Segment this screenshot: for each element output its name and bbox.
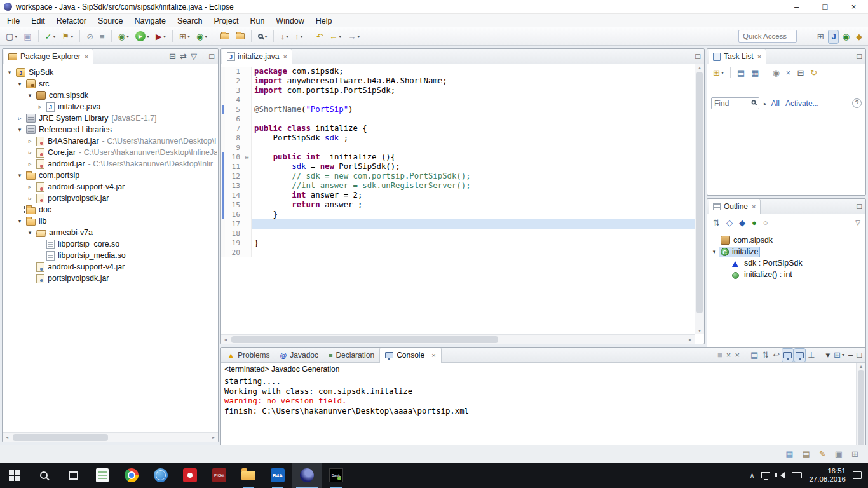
open-resource-button[interactable] (233, 29, 247, 43)
code-line-10[interactable]: 10⊖ public int initialize (){ (221, 152, 695, 162)
scroll-left-icon[interactable]: ◂ (3, 435, 11, 440)
code-line-20[interactable]: 20 (221, 248, 695, 257)
scroll-down-icon[interactable]: ▾ (695, 328, 704, 334)
clear-console-button[interactable]: ▤ (749, 348, 760, 362)
minimize-view-button[interactable]: – (199, 50, 207, 64)
debug-perspective-button[interactable]: ◉ (840, 30, 852, 44)
menu-navigate[interactable]: Navigate (129, 15, 172, 27)
menu-refactor[interactable]: Refactor (51, 15, 92, 27)
explorer-item-armeabi-v7a[interactable]: ▾armeabi-v7a (3, 227, 217, 238)
network-icon[interactable] (761, 472, 770, 478)
expanded-arrow-icon[interactable]: ▾ (25, 229, 34, 236)
tab-initalize-java[interactable]: J initalize.java × (222, 49, 292, 64)
scroll-up-icon[interactable]: ▴ (695, 65, 704, 71)
display-console-button[interactable]: ▾ (824, 348, 832, 362)
outline-item-sdk-portsipsdk[interactable]: sdk : PortSipSdk (707, 257, 865, 269)
explorer-item-referenced-libraries[interactable]: ▾Referenced Libraries (3, 124, 217, 135)
notepad-taskbar-button[interactable] (88, 463, 117, 488)
scroll-thumb[interactable] (13, 434, 108, 441)
menu-help[interactable]: Help (310, 15, 338, 27)
explorer-item-portsipvoipsdk-jar[interactable]: portsipvoipsdk.jar (3, 273, 217, 284)
last-edit-location-button[interactable]: ↶ (313, 29, 325, 43)
scroll-track[interactable] (11, 433, 209, 442)
collapse-all-button[interactable]: ⊟ (794, 65, 806, 79)
code-line-18[interactable]: 18 (221, 229, 695, 238)
back-button[interactable]: ←▾ (327, 29, 344, 43)
prev-annotation-button[interactable]: ↑▾ (292, 29, 306, 43)
explorer-item-src[interactable]: ▾src (3, 78, 217, 90)
debug-button[interactable]: ◉▾ (116, 29, 132, 43)
terminate-button[interactable]: ■ (715, 348, 724, 362)
categorized-button[interactable]: ▤ (735, 65, 747, 79)
code-line-11[interactable]: 11 sdk = new PortSipSdk(); (221, 162, 695, 172)
collapsed-arrow-icon[interactable]: ▹ (25, 138, 34, 144)
minimize-view-button[interactable]: – (846, 348, 855, 362)
menu-run[interactable]: Run (244, 15, 270, 27)
status-icon-5[interactable]: ⊞ (849, 447, 861, 461)
outline-item-initialize-int[interactable]: initialize() : int (707, 269, 865, 280)
outline-item-com-sipsdk[interactable]: com.sipsdk (707, 234, 865, 246)
code-line-9[interactable]: 9 (221, 143, 695, 152)
file-explorer-taskbar-button[interactable] (234, 463, 263, 488)
show-on-stderr-button[interactable] (794, 348, 806, 362)
scroll-lock-button[interactable]: ⇅ (760, 348, 771, 362)
editor-vscrollbar[interactable]: ▴ ▾ (695, 64, 704, 334)
volume-icon[interactable] (777, 472, 785, 478)
link-all[interactable]: All (771, 99, 780, 108)
menu-search[interactable]: Search (172, 15, 208, 27)
menu-source[interactable]: Source (92, 15, 129, 27)
maximize-button[interactable]: □ (811, 0, 839, 13)
pickit-taskbar-button[interactable]: PICkit (205, 463, 234, 488)
code-line-1[interactable]: 1package com.sipsdk; (221, 67, 695, 76)
search-button[interactable]: ▾ (255, 29, 269, 43)
step-filters-button[interactable]: ≡ (97, 29, 107, 43)
new-class-button[interactable]: ◉▾ (194, 29, 210, 43)
tab-task-list[interactable]: Task List × (709, 49, 766, 64)
focus-on-workweek-button[interactable]: ◉ (770, 65, 782, 79)
scroll-right-icon[interactable]: ▸ (209, 435, 218, 440)
menu-project[interactable]: Project (208, 15, 245, 27)
close-tab-icon[interactable]: × (85, 53, 88, 60)
code-line-19[interactable]: 19} (221, 238, 695, 248)
expanded-arrow-icon[interactable]: ▾ (710, 248, 719, 255)
tab-javadoc[interactable]: @Javadoc (275, 348, 323, 362)
taskbar-search-button[interactable] (29, 463, 58, 488)
explorer-item-android-jar[interactable]: ▹android.jar - C:\Users\hakanunver\Deskt… (3, 158, 217, 170)
b4a-taskbar-button[interactable]: B4A (263, 463, 292, 488)
explorer-item-android-support-v4-jar[interactable]: ▹android-support-v4.jar (3, 181, 217, 193)
code-line-17[interactable]: 17 (221, 219, 695, 229)
code-line-16[interactable]: 16 } (221, 210, 695, 219)
scroll-right-icon[interactable]: ▸ (686, 337, 695, 342)
explorer-item-b4ashared-jar[interactable]: ▹B4AShared.jar - C:\Users\hakanunver\Des… (3, 135, 217, 147)
new-task-button[interactable]: ⊞▾ (710, 65, 726, 79)
code-line-5[interactable]: 5@ShortName("PortSip") (221, 105, 695, 114)
explorer-item-com-portsip[interactable]: ▾com.portsip (3, 170, 217, 181)
scroll-thumb[interactable] (858, 370, 864, 447)
minimize-view-button[interactable]: – (846, 200, 855, 214)
view-menu-icon[interactable]: ▽ (853, 219, 863, 226)
code-line-13[interactable]: 13 //int answer = sdk.unRegisterServer()… (221, 181, 695, 191)
scope-arrow-icon[interactable]: ▸ (764, 100, 767, 107)
menu-window[interactable]: Window (270, 15, 309, 27)
code-area[interactable]: 1package com.sipsdk;2import anywheresoft… (221, 64, 695, 334)
code-line-15[interactable]: 15 return answer ; (221, 200, 695, 210)
expanded-arrow-icon[interactable]: ▾ (15, 81, 24, 87)
code-line-3[interactable]: 3import com.portsip.PortSipSdk; (221, 86, 695, 95)
scroll-left-icon[interactable]: ◂ (221, 337, 230, 342)
hide-static-members-button[interactable]: ◆ (736, 215, 748, 229)
explorer-item-portsipvoipsdk-jar[interactable]: ▹portsipvoipsdk.jar (3, 193, 217, 204)
scheduled-button[interactable]: ▦ (749, 65, 761, 79)
menu-edit[interactable]: Edit (25, 15, 51, 27)
hide-fields-button[interactable]: ◇ (724, 215, 735, 229)
status-icon-3[interactable]: ✎ (817, 447, 829, 461)
hide-non-public-button[interactable]: ● (749, 215, 759, 229)
sort-button[interactable]: ⇅ (710, 215, 722, 229)
expanded-arrow-icon[interactable]: ▾ (25, 92, 34, 98)
tab-console[interactable]: Console× (379, 348, 441, 363)
collapsed-arrow-icon[interactable]: ▹ (25, 149, 34, 156)
minimize-view-button[interactable]: – (685, 50, 693, 64)
basic4android-taskbar-button[interactable]: Basic (322, 463, 351, 488)
scroll-up-icon[interactable]: ▴ (857, 363, 865, 369)
status-icon-1[interactable]: ▦ (783, 447, 796, 461)
scroll-thumb[interactable] (696, 72, 703, 313)
